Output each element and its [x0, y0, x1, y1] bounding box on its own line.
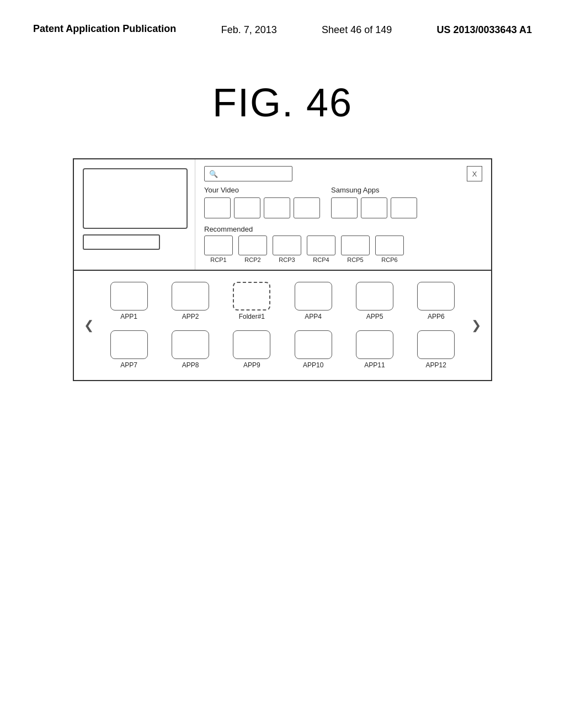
large-preview-box — [83, 168, 188, 229]
samsung-apps-thumbs — [331, 197, 417, 218]
rcp-thumb-5 — [341, 235, 370, 255]
app-icon-app9 — [233, 330, 270, 359]
rcp-item-2: RCP2 — [238, 235, 267, 263]
app-icon-app11 — [356, 330, 393, 359]
rcp-item-6: RCP6 — [375, 235, 404, 263]
rcp-item-4: RCP4 — [307, 235, 335, 263]
rcp-thumb-6 — [375, 235, 404, 255]
app-icon-app2 — [172, 282, 209, 311]
rcp-row: RCP1 RCP2 RCP3 RCP4 — [204, 235, 482, 263]
app-item-app6[interactable]: APP6 — [411, 282, 461, 320]
app-icon-app10 — [295, 330, 332, 359]
samsung-app-thumb-1 — [331, 197, 358, 218]
search-box[interactable]: 🔍 — [204, 166, 292, 181]
app-item-app12[interactable]: APP12 — [411, 330, 461, 369]
app-icon-app6 — [417, 282, 455, 311]
app-label-app7: APP7 — [120, 361, 137, 369]
app-label-app12: APP12 — [426, 361, 446, 369]
samsung-app-thumb-2 — [361, 197, 387, 218]
right-arrow-button[interactable]: ❯ — [467, 318, 486, 333]
bottom-section: ❮ APP1 APP2 Folder#1 APP4 — [74, 271, 491, 380]
app-item-app7[interactable]: APP7 — [104, 330, 154, 369]
app-item-folder1[interactable]: Folder#1 — [227, 282, 276, 320]
app-item-app8[interactable]: APP8 — [166, 330, 215, 369]
app-item-app1[interactable]: APP1 — [104, 282, 154, 320]
rcp-thumb-3 — [273, 235, 301, 255]
your-video-thumbs — [204, 197, 320, 218]
rcp-label-1: RCP1 — [210, 256, 226, 263]
your-video-thumb-4 — [294, 197, 320, 218]
rcp-label-4: RCP4 — [313, 256, 329, 263]
folder-icon-folder1 — [233, 282, 270, 311]
rcp-label-2: RCP2 — [244, 256, 260, 263]
your-video-label: Your Video — [204, 186, 320, 194]
rcp-thumb-2 — [238, 235, 267, 255]
app-label-app2: APP2 — [182, 313, 199, 320]
content-row: Your Video Samsung Apps — [204, 186, 482, 218]
your-video-thumb-3 — [264, 197, 290, 218]
rcp-label-6: RCP6 — [381, 256, 397, 263]
rcp-item-1: RCP1 — [204, 235, 233, 263]
date-label: Feb. 7, 2013 — [221, 22, 277, 36]
samsung-apps-label: Samsung Apps — [331, 186, 417, 194]
app-row-2: APP7 APP8 APP9 APP10 APP11 — [98, 330, 467, 369]
page-header: Patent Application Publication Feb. 7, 2… — [0, 0, 565, 36]
rcp-label-5: RCP5 — [347, 256, 363, 263]
app-icon-app5 — [356, 282, 393, 311]
rcp-thumb-4 — [307, 235, 335, 255]
app-icon-app7 — [110, 330, 148, 359]
app-label-app5: APP5 — [366, 313, 383, 320]
close-button[interactable]: X — [467, 166, 482, 181]
recommended-section: Recommended RCP1 RCP2 RCP3 — [204, 225, 482, 263]
rcp-thumb-1 — [204, 235, 233, 255]
app-label-app4: APP4 — [305, 313, 322, 320]
your-video-thumb-1 — [204, 197, 231, 218]
rcp-item-5: RCP5 — [341, 235, 370, 263]
app-label-app10: APP10 — [303, 361, 323, 369]
app-label-app8: APP8 — [182, 361, 199, 369]
patent-number: US 2013/0033643 A1 — [437, 22, 532, 36]
search-row: 🔍 X — [204, 166, 482, 181]
app-grid: APP1 APP2 Folder#1 APP4 APP5 — [98, 282, 467, 369]
app-item-app10[interactable]: APP10 — [289, 330, 338, 369]
recommended-label: Recommended — [204, 225, 482, 233]
app-item-app4[interactable]: APP4 — [289, 282, 338, 320]
small-bar — [83, 234, 160, 250]
sheet-label: Sheet 46 of 149 — [322, 22, 392, 36]
rcp-label-3: RCP3 — [279, 256, 295, 263]
app-item-app11[interactable]: APP11 — [350, 330, 399, 369]
rcp-item-3: RCP3 — [273, 235, 301, 263]
app-label-app11: APP11 — [364, 361, 385, 369]
app-icon-app1 — [110, 282, 148, 311]
your-video-section: Your Video — [204, 186, 320, 218]
publication-label: Patent Application Publication — [33, 22, 176, 36]
app-row-1: APP1 APP2 Folder#1 APP4 APP5 — [98, 282, 467, 320]
app-label-app6: APP6 — [428, 313, 445, 320]
left-arrow-button[interactable]: ❮ — [79, 318, 98, 333]
app-label-app1: APP1 — [120, 313, 137, 320]
samsung-apps-section: Samsung Apps — [331, 186, 417, 218]
top-section: 🔍 X Your Video — [74, 159, 491, 271]
app-label-app9: APP9 — [243, 361, 260, 369]
left-panel — [74, 159, 195, 270]
app-icon-app8 — [172, 330, 209, 359]
app-label-folder1: Folder#1 — [239, 313, 265, 320]
your-video-thumb-2 — [234, 197, 260, 218]
figure-title: FIG. 46 — [0, 80, 565, 125]
samsung-app-thumb-3 — [391, 197, 417, 218]
app-item-app9[interactable]: APP9 — [227, 330, 276, 369]
app-item-app5[interactable]: APP5 — [350, 282, 399, 320]
app-icon-app12 — [417, 330, 455, 359]
search-icon: 🔍 — [209, 170, 218, 178]
app-item-app2[interactable]: APP2 — [166, 282, 215, 320]
close-icon: X — [472, 170, 477, 178]
diagram-container: 🔍 X Your Video — [73, 158, 492, 381]
right-panel: 🔍 X Your Video — [195, 159, 491, 270]
app-icon-app4 — [295, 282, 332, 311]
